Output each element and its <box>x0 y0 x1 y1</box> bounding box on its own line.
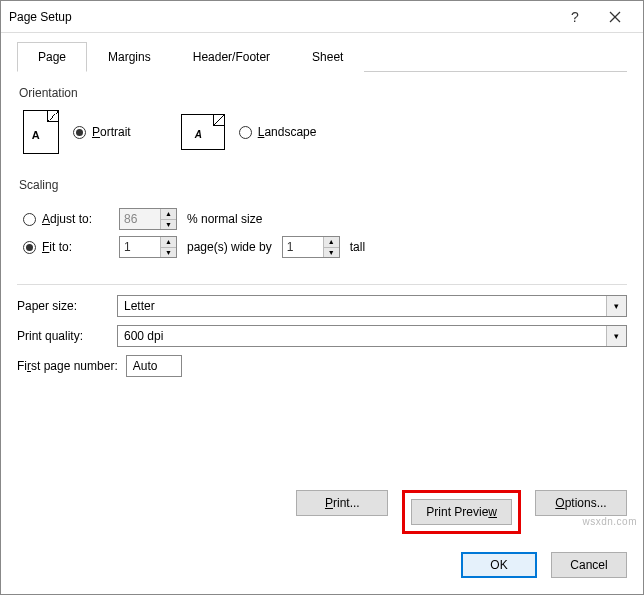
paper-size-label: Paper size: <box>17 299 107 313</box>
spin-down-icon[interactable]: ▼ <box>161 219 176 230</box>
fit-tall-suffix: tall <box>350 240 365 254</box>
tab-strip: Page Margins Header/Footer Sheet <box>17 41 627 72</box>
first-page-input[interactable]: Auto <box>126 355 182 377</box>
spin-down-icon[interactable]: ▼ <box>161 247 176 258</box>
radio-icon <box>73 126 86 139</box>
first-page-label: First page number: <box>17 359 118 373</box>
svg-text:A: A <box>193 129 201 140</box>
spin-up-icon[interactable]: ▲ <box>324 237 339 247</box>
cancel-button[interactable]: Cancel <box>551 552 627 578</box>
options-button[interactable]: Options... <box>535 490 627 516</box>
radio-icon <box>23 213 36 226</box>
paper-size-select[interactable]: Letter ▾ <box>117 295 627 317</box>
print-quality-select[interactable]: 600 dpi ▾ <box>117 325 627 347</box>
chevron-down-icon: ▾ <box>606 326 626 346</box>
radio-icon <box>23 241 36 254</box>
spin-down-icon[interactable]: ▼ <box>324 247 339 258</box>
fit-tall-spinner[interactable]: ▲▼ <box>282 236 340 258</box>
window-title: Page Setup <box>9 10 555 24</box>
page-setup-dialog: Page Setup ? Page Margins Header/Footer … <box>0 0 644 595</box>
print-preview-button[interactable]: Print Preview <box>411 499 512 525</box>
tutorial-highlight: Print Preview <box>402 490 521 534</box>
adjust-to-spinner[interactable]: ▲▼ <box>119 208 177 230</box>
spin-up-icon[interactable]: ▲ <box>161 209 176 219</box>
print-button[interactable]: Print... <box>296 490 388 516</box>
scaling-label: Scaling <box>19 178 627 192</box>
first-page-value: Auto <box>133 359 158 373</box>
help-button[interactable]: ? <box>555 3 595 31</box>
adjust-to-label: Adjust to: <box>42 212 92 226</box>
portrait-radio-label: Portrait <box>92 125 131 139</box>
adjust-to-radio[interactable]: Adjust to: <box>23 212 92 226</box>
dialog-commit-row: OK Cancel <box>461 552 627 578</box>
fit-tall-input[interactable] <box>283 237 323 257</box>
paper-size-value: Letter <box>118 299 606 313</box>
portrait-icon: A <box>23 110 59 154</box>
adjust-to-input[interactable] <box>120 209 160 229</box>
titlebar: Page Setup ? <box>1 1 643 33</box>
landscape-icon: A <box>181 114 225 150</box>
portrait-radio[interactable]: Portrait <box>73 125 131 139</box>
ok-button[interactable]: OK <box>461 552 537 578</box>
tab-page[interactable]: Page <box>17 42 87 72</box>
fit-to-radio[interactable]: Fit to: <box>23 240 72 254</box>
close-icon <box>609 11 621 23</box>
tab-header-footer[interactable]: Header/Footer <box>172 42 291 72</box>
landscape-radio[interactable]: Landscape <box>239 125 317 139</box>
spin-up-icon[interactable]: ▲ <box>161 237 176 247</box>
radio-icon <box>239 126 252 139</box>
tab-sheet[interactable]: Sheet <box>291 42 364 72</box>
fit-to-label: Fit to: <box>42 240 72 254</box>
fit-wide-input[interactable] <box>120 237 160 257</box>
close-button[interactable] <box>595 3 635 31</box>
tab-margins[interactable]: Margins <box>87 42 172 72</box>
print-quality-label: Print quality: <box>17 329 107 343</box>
orientation-label: Orientation <box>19 86 627 100</box>
fit-wide-spinner[interactable]: ▲▼ <box>119 236 177 258</box>
print-quality-value: 600 dpi <box>118 329 606 343</box>
dialog-body: Page Margins Header/Footer Sheet Orienta… <box>1 33 643 397</box>
chevron-down-icon: ▾ <box>606 296 626 316</box>
svg-text:A: A <box>32 129 40 141</box>
action-button-row: Print... Print Preview Options... <box>296 490 627 534</box>
adjust-to-suffix: % normal size <box>187 212 262 226</box>
landscape-radio-label: Landscape <box>258 125 317 139</box>
divider <box>17 284 627 285</box>
orientation-group: A Portrait A Landscape <box>17 106 627 164</box>
scaling-group: Adjust to: ▲▼ % normal size Fit to: <box>17 198 627 268</box>
fit-wide-suffix: page(s) wide by <box>187 240 272 254</box>
